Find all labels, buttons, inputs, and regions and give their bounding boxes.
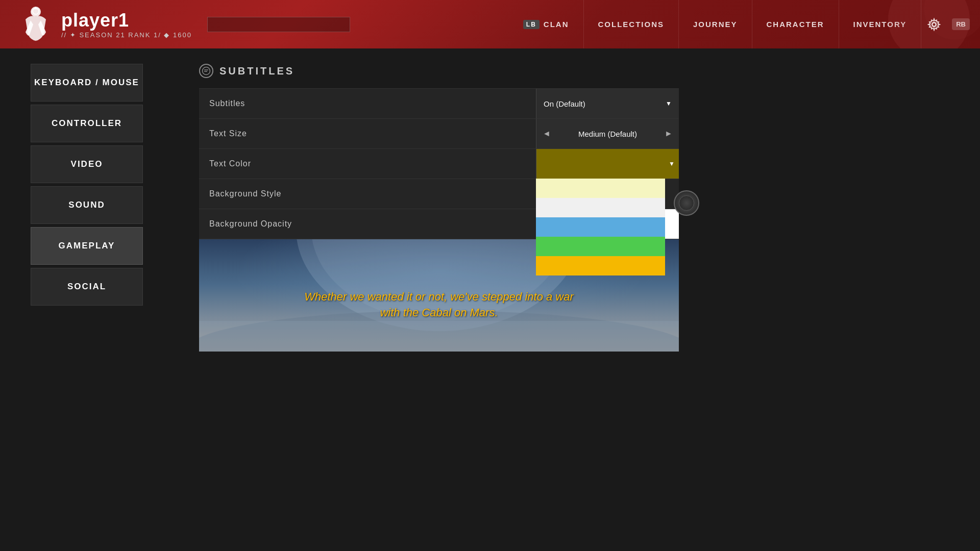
- svg-point-0: [31, 7, 41, 17]
- table-row: Subtitles On (Default) ▼: [199, 89, 679, 119]
- section-title-text: SUBTITLES: [219, 65, 295, 77]
- sidebar-item-gameplay[interactable]: GAMEPLAY: [31, 227, 143, 265]
- nav-item-collections[interactable]: COLLECTIONS: [584, 0, 679, 48]
- table-row: Text Color ▼: [199, 149, 679, 179]
- sidebar-item-video[interactable]: VIDEO: [31, 145, 143, 183]
- background-opacity-label: Background Opacity: [199, 209, 536, 239]
- settings-button[interactable]: [921, 0, 947, 48]
- section-title: SUBTITLES: [199, 64, 960, 78]
- header: player1 // ✦ SEASON 21 RANK 1/ ◆ 1600 LB…: [0, 0, 980, 48]
- nav-item-inventory[interactable]: INVENTORY: [839, 0, 922, 48]
- subtitles-label: Subtitles: [199, 89, 536, 119]
- sidebar-item-social[interactable]: SOCIAL: [31, 268, 143, 306]
- svg-point-4: [203, 67, 210, 75]
- nav-clan-label: CLAN: [544, 20, 569, 29]
- subtitles-value: On (Default): [544, 99, 585, 108]
- player-info: player1 // ✦ SEASON 21 RANK 1/ ◆ 1600: [61, 10, 192, 39]
- text-size-stepper: ◄ Medium (Default) ►: [536, 119, 679, 148]
- preview-line1: Whether we wanted it or not, we've stepp…: [304, 290, 574, 303]
- dropdown-arrow-icon: ▼: [666, 100, 672, 107]
- scroll-indicator: [674, 190, 699, 216]
- settings-table: Subtitles On (Default) ▼ Text Size: [199, 88, 679, 239]
- svg-point-3: [933, 22, 936, 26]
- color-dropdown-arrow-icon: ▼: [669, 160, 675, 167]
- logo-area: player1 // ✦ SEASON 21 RANK 1/ ◆ 1600: [15, 4, 192, 45]
- svg-rect-10: [199, 321, 679, 352]
- color-option-light-yellow[interactable]: [536, 179, 665, 198]
- player-name: player1: [61, 10, 192, 31]
- nav-item-character[interactable]: CHARACTER: [752, 0, 839, 48]
- table-row: Text Size ◄ Medium (Default) ►: [199, 119, 679, 149]
- nav-item-lb[interactable]: LB CLAN: [509, 0, 584, 48]
- nav-journey-label: JOURNEY: [693, 20, 738, 29]
- subtitle-text: // ✦ SEASON 21 RANK 1/ ◆ 1600: [61, 31, 192, 39]
- svg-point-1: [33, 8, 39, 14]
- text-size-decrease-button[interactable]: ◄: [536, 119, 557, 148]
- sidebar-item-controller[interactable]: CONTROLLER: [31, 105, 143, 142]
- subtitles-icon: [202, 66, 211, 76]
- color-option-orange[interactable]: [536, 256, 665, 276]
- sidebar-item-keyboard-mouse[interactable]: KEYBOARD / MOUSE: [31, 64, 143, 102]
- section-icon: [199, 64, 213, 78]
- text-size-value: Medium (Default): [557, 130, 658, 138]
- color-option-white[interactable]: [536, 198, 665, 217]
- text-color-control: ▼: [536, 149, 679, 179]
- sidebar: KEYBOARD / MOUSE CONTROLLER VIDEO SOUND …: [0, 48, 179, 551]
- rb-badge: RB: [952, 18, 970, 30]
- text-size-control: ◄ Medium (Default) ►: [536, 119, 679, 149]
- header-left: player1 // ✦ SEASON 21 RANK 1/ ◆ 1600: [0, 4, 350, 45]
- scroll-inner: [679, 195, 694, 211]
- color-option-blue[interactable]: [536, 217, 665, 237]
- text-color-label: Text Color: [199, 149, 536, 179]
- main-content: KEYBOARD / MOUSE CONTROLLER VIDEO SOUND …: [0, 48, 980, 551]
- sidebar-item-sound[interactable]: SOUND: [31, 186, 143, 224]
- text-size-label: Text Size: [199, 119, 536, 149]
- header-search-bar[interactable]: [207, 17, 350, 32]
- svg-point-2: [932, 22, 936, 27]
- subtitles-control: On (Default) ▼: [536, 89, 679, 119]
- subtitles-dropdown[interactable]: On (Default) ▼: [536, 89, 679, 118]
- nav-character-label: CHARACTER: [767, 20, 824, 29]
- preview-line2: with the Cabal on Mars.: [380, 306, 498, 319]
- nav-inventory-label: INVENTORY: [853, 20, 907, 29]
- color-option-green[interactable]: [536, 237, 665, 256]
- text-size-increase-button[interactable]: ►: [658, 119, 679, 148]
- settings-panel: SUBTITLES Subtitles On (Default) ▼: [179, 48, 980, 551]
- color-dropdown: [536, 179, 665, 276]
- text-color-swatch[interactable]: ▼: [536, 149, 679, 179]
- header-nav: LB CLAN COLLECTIONS JOURNEY CHARACTER IN…: [350, 0, 980, 48]
- preview-subtitle-text: Whether we wanted it or not, we've stepp…: [199, 289, 679, 321]
- background-style-label: Background Style: [199, 179, 536, 209]
- lb-badge: LB: [523, 20, 540, 29]
- gear-icon: [927, 18, 941, 31]
- player-subtitle: // ✦ SEASON 21 RANK 1/ ◆ 1600: [61, 31, 192, 39]
- nav-item-journey[interactable]: JOURNEY: [679, 0, 752, 48]
- game-logo-icon: [15, 4, 56, 45]
- nav-collections-label: COLLECTIONS: [598, 20, 665, 29]
